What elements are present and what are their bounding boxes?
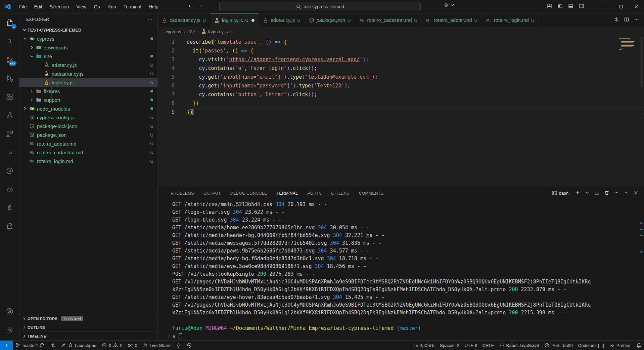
tree-item-package.json[interactable]: JSpackage.jsonU <box>19 130 157 139</box>
tree-item-adotar.cy.js[interactable]: adotar.cy.jsU <box>19 61 157 69</box>
panel-tab-output[interactable]: OUTPUT <box>203 188 221 198</box>
activity-settings-gear[interactable] <box>0 320 19 339</box>
tree-item-cypress.config.js[interactable]: cycypress.config.jsU <box>19 113 157 122</box>
activity-testing[interactable] <box>0 106 19 124</box>
activity-search[interactable] <box>0 32 19 50</box>
layout-sidebar-right-button[interactable] <box>579 3 584 10</box>
compare-changes-button[interactable] <box>614 17 619 24</box>
menu-run[interactable]: Run <box>104 2 120 11</box>
status-launchpad[interactable]: Launchpad <box>58 341 99 350</box>
status-workspace-trust[interactable] <box>184 341 195 350</box>
tree-item-login.cy.js[interactable]: login.cy.jsU <box>19 78 157 87</box>
status-prettier[interactable]: Prettier <box>607 341 633 350</box>
layout-grid-button[interactable] <box>547 3 552 10</box>
breadcrumb-item[interactable]: ... <box>234 29 238 34</box>
sidebar-section-outline[interactable]: OUTLINE <box>19 323 157 332</box>
tree-item-roteiro_cadastrar.md[interactable]: M↓roteiro_cadastrar.mdU <box>19 148 157 157</box>
explorer-more-actions-button[interactable] <box>147 16 153 23</box>
ellipsis-button[interactable] <box>634 17 639 24</box>
status-encoding[interactable]: UTF-8 <box>462 341 480 350</box>
tree-item-downloads[interactable]: downloads <box>19 43 157 52</box>
menu-selection[interactable]: Selection <box>46 2 73 11</box>
panel-tab-problems[interactable]: PROBLEMS <box>171 188 194 198</box>
tab-roteiro_cadastrar.md[interactable]: M↓roteiro_cadastrar.mdU <box>355 13 422 27</box>
tree-item-roteiro_login.md[interactable]: M↓roteiro_login.mdU <box>19 157 157 165</box>
activity-files[interactable]: 1 <box>0 13 19 32</box>
status-indentation[interactable]: Spaces: 2 <box>437 341 462 350</box>
breadcrumb-item[interactable]: cypress <box>166 29 181 34</box>
breadcrumb-item[interactable]: e2e <box>187 29 195 34</box>
status-live-share[interactable]: Live Share <box>140 341 173 350</box>
panel-close-button[interactable] <box>633 190 639 196</box>
tab-roteiro_adotar.md[interactable]: M↓roteiro_adotar.mdU <box>422 13 482 27</box>
panel-tab-debug-console[interactable]: DEBUG CONSOLE <box>230 188 267 198</box>
panel-tab-terminal[interactable]: TERMINAL <box>277 188 298 198</box>
tree-item-cypress[interactable]: cypress <box>19 34 157 43</box>
status-eol[interactable]: CRLF <box>480 341 497 350</box>
layout-sidebar-left-button[interactable] <box>557 3 563 10</box>
tree-item-node_modules[interactable]: node_modules <box>19 104 157 113</box>
status-broadcast[interactable]: 0 <box>125 341 140 350</box>
tab-package.json[interactable]: JSpackage.jsonU <box>305 13 355 27</box>
panel-chevron-down-button[interactable] <box>585 190 590 196</box>
activity-extensions[interactable] <box>0 87 19 106</box>
activity-gauge[interactable] <box>0 180 19 198</box>
panel-chevron-up-button[interactable] <box>624 190 629 196</box>
status-problems[interactable]: 00 <box>99 341 125 350</box>
status-notifications[interactable] <box>633 341 644 350</box>
sidebar-section-timeline[interactable]: TIMELINE <box>19 332 157 340</box>
tab-cadastrar.cy.js[interactable]: cadastrar.cy.jsU <box>158 13 210 27</box>
tab-login.cy.js[interactable]: login.cy.jsU <box>210 13 259 27</box>
tab-adotar.cy.js[interactable]: adotar.cy.jsU <box>259 13 305 27</box>
tree-item-package-lock.json[interactable]: JSpackage-lock.jsonU <box>19 122 157 130</box>
terminal-profile[interactable]: bash <box>552 190 568 196</box>
command-center-search[interactable]: test-cypress-lifemed <box>219 2 421 11</box>
editor-scrollbar[interactable] <box>639 36 644 187</box>
split-editor-button[interactable] <box>624 17 629 24</box>
menu-file[interactable]: File <box>15 2 31 11</box>
maximize-button[interactable] <box>613 0 629 13</box>
activity-shapes[interactable] <box>0 124 19 143</box>
panel-tab-ports[interactable]: PORTS <box>307 188 322 198</box>
minimize-button[interactable] <box>598 0 613 13</box>
copilot-menu-button[interactable] <box>443 2 455 8</box>
menu-terminal[interactable]: Terminal <box>120 2 145 11</box>
forward-button[interactable] <box>198 3 203 10</box>
activity-chat[interactable] <box>0 217 19 235</box>
workspace-root-row[interactable]: TEST-CYPRESS-LIFEMED <box>19 26 157 34</box>
activity-account[interactable] <box>0 302 19 320</box>
panel-plus-button[interactable] <box>575 190 580 196</box>
status-git-branch[interactable]: master* <box>13 341 47 350</box>
activity-snippets[interactable]: {..} <box>0 143 19 161</box>
status-language-mode[interactable]: { }Babel JavaScript <box>497 341 542 350</box>
menu-go[interactable]: Go <box>90 2 104 11</box>
activity-run-debug[interactable] <box>0 69 19 87</box>
tab-roteiro_login.md[interactable]: M↓roteiro_login.mdU <box>482 13 539 27</box>
status-codeium[interactable]: Codeium: [...] <box>576 341 607 350</box>
panel-tab-comments[interactable]: COMMENTS <box>359 188 383 198</box>
breadcrumb[interactable]: cypress›e2e›login.cy.js›... <box>158 27 644 36</box>
status-git-compare[interactable] <box>47 341 58 350</box>
activity-rocket[interactable] <box>0 198 19 217</box>
status-cursor-position[interactable]: Ln 9, Col 5 <box>411 341 437 350</box>
layout-panel-button[interactable] <box>568 3 573 10</box>
panel-split-editor-button[interactable] <box>594 190 600 196</box>
activity-source-control[interactable]: 6K+ <box>0 50 19 69</box>
panel-ellipsis-button[interactable] <box>614 190 619 196</box>
status-remote[interactable] <box>0 341 13 350</box>
panel-tab-gitlens[interactable]: GITLENS <box>331 188 350 198</box>
tree-item-roteiro_adotar.md[interactable]: M↓roteiro_adotar.mdU <box>19 139 157 148</box>
terminal[interactable]: GET /static/css/main.5213b5d4.css 304 20… <box>158 199 644 341</box>
breadcrumb-item[interactable]: login.cy.js <box>201 29 228 34</box>
close-button[interactable] <box>629 0 644 13</box>
tree-item-support[interactable]: support <box>19 95 157 104</box>
menu-view[interactable]: View <box>73 2 90 11</box>
menu-help[interactable]: Help <box>145 2 162 11</box>
back-button[interactable] <box>188 3 193 10</box>
code-editor[interactable]: 1describe('template spec', () => {2 it('… <box>158 36 644 187</box>
activity-play-circle[interactable] <box>0 161 19 180</box>
tree-item-cadastrar.cy.js[interactable]: cadastrar.cy.jsU <box>19 69 157 78</box>
minimap[interactable] <box>618 36 639 187</box>
tree-item-e2e[interactable]: e2e <box>19 52 157 61</box>
sidebar-section-open-editors[interactable]: OPEN EDITORS1 unsaved <box>19 314 157 323</box>
